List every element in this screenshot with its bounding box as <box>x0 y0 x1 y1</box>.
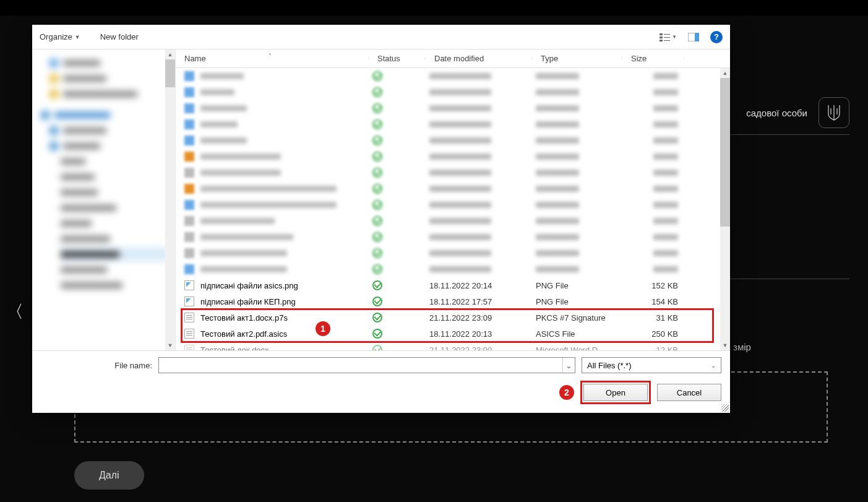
trident-icon <box>819 97 849 128</box>
folder-tree[interactable]: ▲ ▼ <box>32 50 176 350</box>
file-row-blurred[interactable] <box>176 68 720 84</box>
file-row[interactable]: Тестовий акт1.docx.p7s21.11.2022 23:09PK… <box>176 309 720 326</box>
file-row-blurred[interactable] <box>176 100 720 116</box>
file-list-pane: Name ˄ Status Date modified Type Size пі… <box>176 50 730 350</box>
file-date: 18.11.2022 17:57 <box>426 297 532 306</box>
file-name: підписані файли asics.png <box>200 281 298 290</box>
file-size: 250 KB <box>622 329 684 339</box>
file-type: PNG File <box>532 281 622 290</box>
svg-rect-0 <box>660 33 663 35</box>
bg-header-text: садової особи <box>746 108 807 118</box>
status-ok-icon <box>372 296 382 306</box>
file-row-blurred[interactable] <box>176 165 720 181</box>
sidebar-scrollbar[interactable]: ▲ ▼ <box>165 50 175 350</box>
dialog-toolbar: Organize ▼ New folder ▼ ? <box>32 25 730 50</box>
filename-input[interactable] <box>159 358 562 373</box>
file-size: 31 KB <box>622 313 684 322</box>
file-row[interactable]: Тестовий док docx21.11.2022 23:00Microso… <box>176 342 720 350</box>
file-open-dialog: Organize ▼ New folder ▼ ? <box>32 25 730 413</box>
file-type: PKCS #7 Signature <box>532 313 622 322</box>
open-button[interactable]: Open <box>583 384 648 401</box>
cancel-button[interactable]: Cancel <box>657 384 721 401</box>
file-date: 18.11.2022 20:14 <box>426 281 532 290</box>
resize-grip-icon[interactable] <box>721 404 729 412</box>
file-row-blurred[interactable] <box>176 261 720 277</box>
file-icon <box>184 280 194 290</box>
file-name: Тестовий акт2.pdf.asics <box>200 329 287 339</box>
column-headers[interactable]: Name ˄ Status Date modified Type Size <box>176 50 730 68</box>
file-type: PNG File <box>532 297 622 306</box>
file-name: Тестовий акт1.docx.p7s <box>200 313 288 322</box>
filename-label: File name: <box>41 361 152 370</box>
file-size: 152 KB <box>622 281 684 290</box>
filename-history-dropdown[interactable]: ⌄ <box>562 358 575 373</box>
bg-divider-2 <box>730 279 849 279</box>
status-ok-icon <box>372 329 382 339</box>
view-options-button[interactable]: ▼ <box>660 33 677 41</box>
svg-rect-3 <box>664 34 670 35</box>
file-date: 21.11.2022 23:09 <box>426 313 532 322</box>
back-arrow-icon[interactable]: 〈 <box>6 300 24 324</box>
file-type: Microsoft Word D <box>532 345 622 351</box>
file-icon <box>184 296 194 306</box>
file-date: 21.11.2022 23:00 <box>426 345 532 351</box>
column-type[interactable]: Type <box>532 54 622 63</box>
svg-rect-7 <box>695 33 699 41</box>
file-icon <box>184 329 194 339</box>
file-row-blurred[interactable] <box>176 116 720 132</box>
file-type-filter[interactable]: All Files (*.*) ⌄ <box>582 357 721 373</box>
file-row-blurred[interactable] <box>176 245 720 261</box>
file-icon <box>184 345 194 350</box>
preview-pane-button[interactable] <box>688 33 699 41</box>
file-row-blurred[interactable] <box>176 149 720 165</box>
annotation-badge-1: 1 <box>316 321 330 336</box>
file-name: підписані файли КЕП.png <box>200 297 296 306</box>
file-name: Тестовий док docx <box>200 345 269 351</box>
column-date[interactable]: Date modified <box>426 54 532 63</box>
filelist-scrollbar[interactable]: ▲ ▼ <box>720 68 730 350</box>
svg-rect-1 <box>660 37 663 38</box>
annotation-highlight-2: Open <box>580 381 651 404</box>
status-ok-icon <box>372 313 382 322</box>
file-row-blurred[interactable] <box>176 84 720 100</box>
file-row[interactable]: підписані файли asics.png18.11.2022 20:1… <box>176 277 720 293</box>
file-row[interactable]: Тестовий акт2.pdf.asics18.11.2022 20:13A… <box>176 326 720 342</box>
file-row-blurred[interactable] <box>176 213 720 229</box>
annotation-badge-2: 2 <box>559 385 574 400</box>
bg-divider <box>730 134 849 135</box>
file-row[interactable]: підписані файли КЕП.png18.11.2022 17:57P… <box>176 293 720 309</box>
status-ok-icon <box>372 280 382 290</box>
bg-header: садової особи <box>746 97 849 128</box>
file-row-blurred[interactable] <box>176 197 720 213</box>
file-row-blurred[interactable] <box>176 181 720 197</box>
chevron-down-icon: ⌄ <box>711 362 716 369</box>
status-ok-icon <box>372 345 382 350</box>
dialog-footer: File name: ⌄ All Files (*.*) ⌄ 2 Open Ca… <box>32 350 730 413</box>
chevron-down-icon: ▼ <box>75 34 80 40</box>
new-folder-button[interactable]: New folder <box>100 32 139 41</box>
file-type: ASICS File <box>532 329 622 339</box>
column-name[interactable]: Name ˄ <box>176 54 369 63</box>
organize-button[interactable]: Organize ▼ <box>40 32 80 41</box>
svg-rect-4 <box>664 37 670 38</box>
file-row-blurred[interactable] <box>176 132 720 149</box>
chevron-down-icon: ▼ <box>672 34 677 40</box>
next-button[interactable]: Далі <box>74 461 144 490</box>
help-icon[interactable]: ? <box>710 31 723 43</box>
file-icon <box>184 313 194 322</box>
file-row-blurred[interactable] <box>176 229 720 245</box>
svg-rect-2 <box>660 40 663 41</box>
file-date: 18.11.2022 20:13 <box>426 329 532 339</box>
sort-indicator-icon: ˄ <box>269 53 272 59</box>
file-size: 12 KB <box>622 345 684 351</box>
svg-rect-5 <box>664 40 670 41</box>
filename-input-wrap: ⌄ <box>158 357 575 373</box>
bg-size-label: змір <box>733 342 751 352</box>
column-status[interactable]: Status <box>369 54 426 63</box>
file-size: 154 KB <box>622 297 684 306</box>
column-size[interactable]: Size <box>622 54 684 63</box>
